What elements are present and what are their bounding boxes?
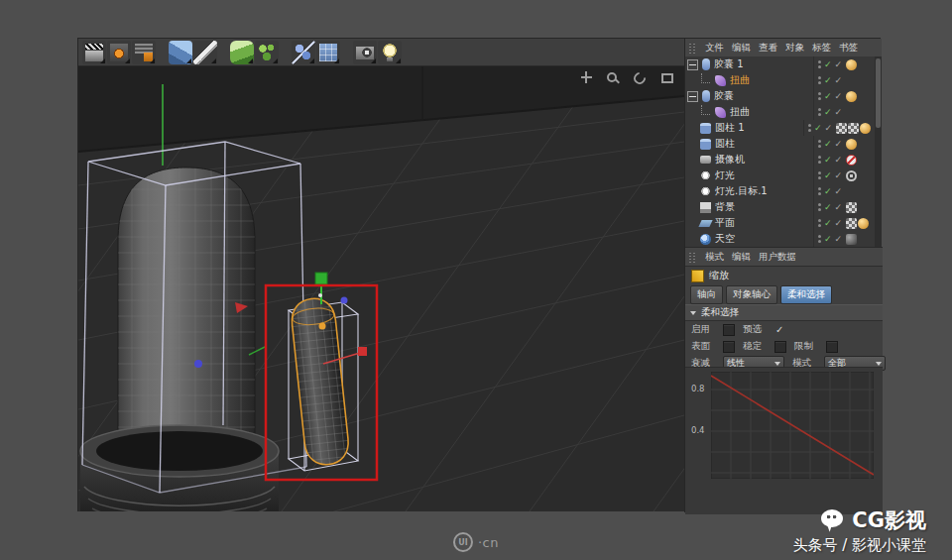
- enabled-check-icon[interactable]: [824, 92, 832, 101]
- object-label[interactable]: 圆柱 1: [715, 121, 745, 135]
- light-icon[interactable]: [378, 41, 402, 64]
- object-label[interactable]: 胶囊 1: [714, 57, 744, 71]
- enabled-check-icon[interactable]: [824, 156, 832, 165]
- pen-spline-icon[interactable]: [193, 41, 217, 64]
- object-icon[interactable]: [700, 186, 711, 197]
- menu-item[interactable]: 查看: [755, 40, 781, 56]
- render-check-icon[interactable]: [834, 140, 842, 149]
- object-label[interactable]: 灯光.目标.1: [715, 184, 768, 198]
- render-check-icon[interactable]: [834, 203, 842, 212]
- object-row[interactable]: 天空: [685, 231, 876, 247]
- surface-checkbox[interactable]: [723, 341, 735, 353]
- viewport-canvas[interactable]: [78, 66, 684, 511]
- visibility-dots-icon[interactable]: [818, 171, 821, 179]
- panel-grip-icon[interactable]: [689, 251, 697, 263]
- menu-item[interactable]: 用户数据: [755, 249, 800, 266]
- object-row[interactable]: 胶囊 1: [685, 56, 876, 72]
- object-icon[interactable]: [700, 139, 711, 150]
- subdivision-surface-icon[interactable]: [230, 41, 254, 64]
- expand-toggle[interactable]: [687, 91, 698, 102]
- object-label[interactable]: 灯光: [715, 168, 735, 182]
- enabled-check-icon[interactable]: [824, 60, 832, 69]
- array-generator-icon[interactable]: [255, 41, 279, 64]
- menu-item[interactable]: 书签: [835, 40, 862, 56]
- target-tag-icon[interactable]: [846, 170, 857, 181]
- texture-tag-icon[interactable]: [846, 218, 857, 229]
- object-label[interactable]: 扭曲: [730, 73, 750, 87]
- noise-tag-icon[interactable]: [846, 234, 857, 245]
- object-row[interactable]: 圆柱: [685, 136, 876, 152]
- render-check-icon[interactable]: [834, 92, 842, 101]
- render-check-icon[interactable]: [834, 235, 842, 244]
- object-row[interactable]: 胶囊: [685, 88, 876, 104]
- phong-tag-icon[interactable]: [858, 218, 869, 229]
- big-capsule[interactable]: [118, 167, 255, 458]
- attribute-tab[interactable]: 对象轴心: [726, 285, 777, 304]
- z-axis-handle[interactable]: [341, 297, 348, 304]
- render-to-picture-viewer-icon[interactable]: [107, 41, 131, 64]
- restrict-checkbox[interactable]: [826, 341, 838, 353]
- object-label[interactable]: 胶囊: [714, 89, 734, 103]
- render-settings-icon[interactable]: [132, 41, 156, 64]
- render-check-icon[interactable]: [834, 187, 842, 196]
- visibility-dots-icon[interactable]: [818, 92, 821, 100]
- phong-tag-icon[interactable]: [846, 91, 857, 102]
- menu-item[interactable]: 编辑: [728, 40, 755, 56]
- visibility-dots-icon[interactable]: [818, 219, 821, 227]
- object-manager-scrollbar[interactable]: [875, 56, 882, 247]
- preselect-check-icon[interactable]: [775, 324, 783, 335]
- visibility-dots-icon[interactable]: [818, 203, 821, 211]
- enabled-check-icon[interactable]: [824, 140, 832, 149]
- object-icon[interactable]: [698, 220, 712, 227]
- gizmo-center-dot[interactable]: [319, 323, 326, 330]
- menu-item[interactable]: 标签: [808, 40, 835, 56]
- pan-icon[interactable]: [579, 71, 594, 84]
- texture-tag-icon[interactable]: [846, 202, 857, 213]
- enabled-check-icon[interactable]: [824, 235, 832, 244]
- visibility-dots-icon[interactable]: [808, 124, 811, 132]
- stable-checkbox[interactable]: [774, 341, 786, 353]
- render-check-icon[interactable]: [834, 171, 842, 180]
- render-check-icon[interactable]: [824, 124, 832, 133]
- attribute-tab[interactable]: 柔和选择: [780, 285, 832, 304]
- enabled-check-icon[interactable]: [824, 76, 832, 85]
- texture-tag-icon[interactable]: [836, 123, 847, 134]
- object-icon[interactable]: [700, 123, 711, 134]
- object-label[interactable]: 扭曲: [730, 105, 750, 119]
- object-label[interactable]: 天空: [715, 232, 735, 246]
- enabled-check-icon[interactable]: [824, 187, 832, 196]
- enabled-check-icon[interactable]: [824, 171, 832, 180]
- object-label[interactable]: 背景: [715, 200, 735, 214]
- object-row[interactable]: 扭曲: [685, 72, 876, 88]
- texture-tag-icon[interactable]: [848, 123, 859, 134]
- section-header[interactable]: 柔和选择: [685, 304, 883, 321]
- expand-toggle[interactable]: [687, 59, 698, 70]
- cube-primitive-icon[interactable]: [169, 41, 192, 64]
- plane-handle-blue[interactable]: [194, 360, 202, 368]
- object-label[interactable]: 圆柱: [715, 137, 735, 151]
- attribute-tab[interactable]: 轴向: [690, 285, 723, 304]
- enabled-check-icon[interactable]: [824, 203, 832, 212]
- object-icon[interactable]: [700, 170, 711, 181]
- menu-item[interactable]: 对象: [781, 40, 808, 56]
- menu-item[interactable]: 编辑: [728, 249, 755, 266]
- x-axis-handle[interactable]: [358, 347, 367, 356]
- enabled-check-icon[interactable]: [814, 124, 822, 133]
- object-icon[interactable]: [702, 58, 710, 70]
- camera-icon[interactable]: [353, 41, 377, 64]
- object-row[interactable]: 背景: [685, 199, 876, 215]
- enable-checkbox[interactable]: [723, 324, 735, 336]
- viewport-3d[interactable]: [78, 66, 684, 511]
- object-icon[interactable]: [715, 75, 726, 86]
- panel-grip-icon[interactable]: [689, 42, 697, 54]
- spline-primitive-icon[interactable]: [292, 41, 315, 64]
- object-icon[interactable]: [702, 90, 710, 102]
- object-label[interactable]: 摄像机: [715, 153, 745, 167]
- zoom-icon[interactable]: [606, 71, 621, 84]
- no-draw-tag-icon[interactable]: [846, 155, 857, 166]
- visibility-dots-icon[interactable]: [818, 156, 821, 164]
- object-row[interactable]: 扭曲: [685, 104, 876, 120]
- object-icon[interactable]: [700, 156, 711, 164]
- object-icon[interactable]: [700, 234, 711, 245]
- visibility-dots-icon[interactable]: [818, 108, 821, 116]
